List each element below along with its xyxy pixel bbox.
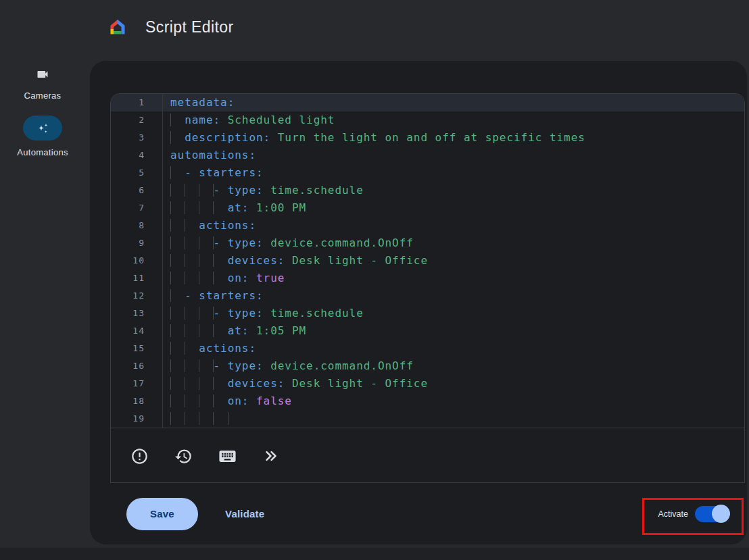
code-text: - type: time.schedule — [163, 182, 744, 199]
more-tools-button[interactable] — [258, 443, 284, 469]
line-number: 11 — [111, 270, 163, 287]
active-nav-pill — [23, 116, 62, 141]
code-line-3[interactable]: 3 description: Turn the light on and off… — [111, 129, 744, 147]
code-line-2[interactable]: 2 name: Scheduled light — [111, 111, 744, 129]
code-text: name: Scheduled light — [163, 111, 744, 129]
code-line-1[interactable]: 1metadata: — [111, 94, 744, 111]
code-line-8[interactable]: 8 actions: — [111, 217, 744, 234]
double-chevron-right-icon — [262, 447, 280, 465]
code-text: metadata: — [163, 94, 744, 111]
code-text: - type: time.schedule — [163, 305, 744, 322]
code-text: description: Turn the light on and off a… — [163, 129, 744, 147]
activate-control: Activate — [658, 506, 729, 522]
line-number: 18 — [111, 392, 163, 410]
code-text: - starters: — [163, 164, 744, 182]
error-outline-icon — [130, 447, 149, 465]
code-line-17[interactable]: 17 devices: Desk light - Office — [111, 375, 744, 392]
activate-label: Activate — [658, 509, 688, 519]
header: Script Editor — [0, 0, 749, 47]
keyboard-icon — [218, 447, 237, 466]
code-text: on: true — [163, 270, 744, 287]
line-number: 3 — [111, 129, 163, 147]
sparkle-icon — [34, 120, 51, 136]
history-icon — [174, 447, 193, 465]
code-line-19[interactable]: 19 — [111, 410, 744, 428]
line-number: 12 — [111, 287, 163, 305]
line-number: 13 — [111, 305, 163, 322]
code-line-16[interactable]: 16 - type: device.command.OnOff — [111, 357, 744, 375]
validate-button[interactable]: Validate — [216, 501, 274, 526]
line-number: 8 — [111, 217, 163, 234]
line-number: 7 — [111, 199, 163, 217]
script-editor-screen: Script Editor Cameras Automations 1metad… — [0, 0, 749, 560]
sidebar: Cameras Automations — [0, 47, 85, 547]
sidebar-item-cameras[interactable]: Cameras — [0, 47, 85, 101]
google-home-logo-icon — [108, 18, 127, 36]
line-number: 6 — [111, 182, 163, 199]
sidebar-item-label: Cameras — [0, 91, 85, 101]
bottom-strip — [0, 548, 749, 560]
code-editor-panel[interactable]: 1metadata:2 name: Scheduled light3 descr… — [110, 93, 745, 483]
code-line-10[interactable]: 10 devices: Desk light - Office — [111, 252, 744, 270]
code-line-9[interactable]: 9 - type: device.command.OnOff — [111, 234, 744, 252]
code-text: - type: device.command.OnOff — [163, 234, 744, 252]
save-button[interactable]: Save — [126, 498, 198, 530]
code-line-5[interactable]: 5 - starters: — [111, 164, 744, 182]
line-number: 9 — [111, 234, 163, 252]
code-line-6[interactable]: 6 - type: time.schedule — [111, 182, 744, 199]
code-line-13[interactable]: 13 - type: time.schedule — [111, 305, 744, 322]
line-number: 1 — [111, 94, 163, 111]
code-text: actions: — [163, 340, 744, 357]
code-line-18[interactable]: 18 on: false — [111, 392, 744, 410]
line-number: 10 — [111, 252, 163, 270]
code-line-12[interactable]: 12 - starters: — [111, 287, 744, 305]
code-text: - type: device.command.OnOff — [163, 357, 744, 375]
line-number: 14 — [111, 322, 163, 340]
line-number: 15 — [111, 340, 163, 357]
sidebar-item-automations[interactable]: Automations — [0, 116, 85, 157]
code-line-15[interactable]: 15 actions: — [111, 340, 744, 357]
code-text: - starters: — [163, 287, 744, 305]
history-button[interactable] — [170, 443, 196, 469]
line-number: 17 — [111, 375, 163, 392]
page-title: Script Editor — [145, 18, 233, 36]
code-line-11[interactable]: 11 on: true — [111, 270, 744, 287]
line-number: 19 — [111, 410, 163, 428]
line-number: 5 — [111, 164, 163, 182]
code-text: automations: — [163, 147, 744, 164]
code-lines: 1metadata:2 name: Scheduled light3 descr… — [111, 94, 744, 428]
videocam-icon — [36, 68, 49, 81]
line-number: 2 — [111, 111, 163, 129]
line-number: 16 — [111, 357, 163, 375]
code-text: on: false — [163, 392, 744, 410]
code-text: actions: — [163, 217, 744, 234]
code-text: devices: Desk light - Office — [163, 252, 744, 270]
code-text — [163, 410, 744, 428]
toggle-knob — [712, 505, 730, 523]
sidebar-item-label: Automations — [0, 147, 85, 157]
code-text: at: 1:05 PM — [163, 322, 744, 340]
code-line-4[interactable]: 4automations: — [111, 147, 744, 164]
line-number: 4 — [111, 147, 163, 164]
keyboard-button[interactable] — [214, 443, 240, 469]
code-line-14[interactable]: 14 at: 1:05 PM — [111, 322, 744, 340]
code-text: at: 1:00 PM — [163, 199, 744, 217]
editor-toolbar — [111, 428, 744, 483]
code-text: devices: Desk light - Office — [163, 375, 744, 392]
code-line-7[interactable]: 7 at: 1:00 PM — [111, 199, 744, 217]
activate-toggle[interactable] — [695, 506, 729, 522]
editor-card: 1metadata:2 name: Scheduled light3 descr… — [90, 61, 747, 544]
problems-button[interactable] — [126, 443, 152, 469]
action-bar: Save Validate Activate — [90, 483, 747, 544]
